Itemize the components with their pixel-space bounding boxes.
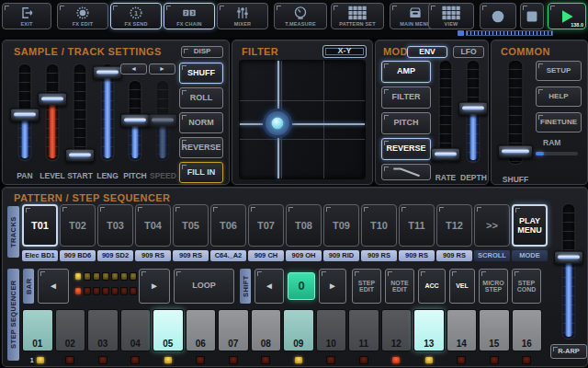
track-sample-label: 909 RS <box>399 250 435 261</box>
slider-handle[interactable] <box>65 148 95 162</box>
mod-slider-depth[interactable]: DEPTH <box>460 59 486 182</box>
track-button-t07[interactable]: T07 <box>248 204 284 247</box>
note-edit-button[interactable]: NOTE EDIT <box>385 269 414 304</box>
step-09[interactable]: 09 <box>283 309 314 351</box>
track-button-t01[interactable]: T01 <box>22 204 58 247</box>
step-06[interactable]: 06 <box>186 309 217 351</box>
slider-handle[interactable] <box>458 101 488 115</box>
toolbar-exit-button[interactable]: EXIT <box>2 3 51 29</box>
slider-handle[interactable] <box>120 114 150 128</box>
step-05[interactable]: 05 <box>153 309 184 351</box>
track-button-t03[interactable]: T03 <box>97 204 133 247</box>
step-11[interactable]: 11 <box>348 309 379 351</box>
step-led-red <box>65 356 74 364</box>
xy-mode-button[interactable]: X-Y <box>322 45 367 58</box>
step-07[interactable]: 07 <box>218 309 249 351</box>
slider-level[interactable]: LEVEL <box>40 61 65 180</box>
slider-start[interactable]: START <box>67 61 93 180</box>
mod-pitch-button[interactable]: PITCH <box>381 112 431 134</box>
slider-handle[interactable] <box>498 144 533 158</box>
toolbar-t-measure-button[interactable]: T.MEASURE <box>274 3 327 29</box>
common-setup-button[interactable]: SETUP <box>536 61 582 81</box>
mod-reverse-button[interactable]: REVERSE <box>381 138 431 160</box>
toolbar-mixer-button[interactable]: MIXER <box>217 3 268 29</box>
shift-right-button[interactable]: ► <box>319 269 346 304</box>
track-button-t04[interactable]: T04 <box>135 204 171 247</box>
shift-counter-display[interactable]: 0 <box>288 272 315 300</box>
step-04[interactable]: 04 <box>120 309 152 351</box>
loop-button[interactable]: LOOP <box>174 269 234 304</box>
toolbar-stop-button[interactable] <box>520 3 544 29</box>
track-button-t12[interactable]: T12 <box>436 204 472 247</box>
sample-norm-button[interactable]: NORM <box>179 112 223 133</box>
track-button-t09[interactable]: T09 <box>323 204 359 247</box>
sample-shuff-button[interactable]: SHUFF <box>179 63 223 84</box>
mod-slider-rate[interactable]: RATE <box>433 59 458 182</box>
track-button-t08[interactable]: T08 <box>286 204 322 247</box>
filter-xy-pad[interactable] <box>240 61 365 178</box>
track-button-t02[interactable]: T02 <box>60 204 96 247</box>
step-edit-button[interactable]: STEP EDIT <box>352 269 381 304</box>
common-shuff-slider[interactable]: SHUFF <box>497 59 534 184</box>
slider-handle[interactable] <box>38 93 67 107</box>
acc-button[interactable]: ACC <box>418 269 446 304</box>
step-cond-button[interactable]: STEP COND <box>512 269 541 304</box>
common-finetune-button[interactable]: FINETUNE <box>536 112 582 132</box>
mod-filter-button[interactable]: FILTER <box>381 86 431 109</box>
sample-reverse-button[interactable]: REVERSE <box>179 137 223 158</box>
slider-handle[interactable] <box>148 114 177 128</box>
toolbar-fx-chain-button[interactable]: 23FX CHAIN <box>164 3 215 29</box>
slider-leng[interactable]: LENG <box>95 61 120 180</box>
step-15[interactable]: 15 <box>479 309 510 351</box>
bar-next-button[interactable]: ► <box>139 269 170 304</box>
bar-led-yellow <box>84 272 91 281</box>
bar-prev-button[interactable]: ◄ <box>38 269 69 304</box>
step-02[interactable]: 02 <box>55 309 86 351</box>
track-button-scroll[interactable]: >> <box>474 204 510 247</box>
nav-arrow-left-button[interactable]: ◄ <box>120 63 147 75</box>
track-button-play-menu[interactable]: PLAY MENU <box>512 204 548 247</box>
step-16[interactable]: 16 <box>512 309 543 351</box>
slider-handle[interactable] <box>93 66 122 80</box>
r-arp-button[interactable]: R-ARP <box>550 344 587 359</box>
slider-handle[interactable] <box>10 109 40 122</box>
nav-arrow-right-button[interactable]: ► <box>149 63 175 75</box>
slider-handle[interactable] <box>431 148 460 162</box>
slider-speed[interactable]: SPEED <box>150 61 175 180</box>
step-10[interactable]: 10 <box>316 309 347 351</box>
mod-tab-env[interactable]: ENV <box>407 46 447 58</box>
toolbar-record-button[interactable] <box>480 3 516 29</box>
sample-roll-button[interactable]: ROLL <box>179 87 223 109</box>
step-08[interactable]: 08 <box>251 309 282 351</box>
xy-puck[interactable] <box>263 109 292 138</box>
vel-button[interactable]: VEL <box>449 269 475 304</box>
micro-step-button[interactable]: MICRO STEP <box>479 269 508 304</box>
toolbar-view-button[interactable]: VIEW <box>428 3 474 29</box>
step-03[interactable]: 03 <box>87 309 119 351</box>
track-button-t11[interactable]: T11 <box>399 204 435 247</box>
slider-pan[interactable]: PAN <box>12 61 38 180</box>
toolbar-pattern-set-button[interactable]: PATTERN SET <box>331 3 384 29</box>
sequencer-side-slider[interactable] <box>552 202 585 359</box>
disp-button[interactable]: DISP <box>181 46 223 58</box>
toolbar-fx-send-button[interactable]: 1FX SEND <box>110 3 162 29</box>
envelope-shape-button[interactable] <box>381 164 431 180</box>
mod-amp-button[interactable]: AMP <box>381 61 431 83</box>
shift-left-button[interactable]: ◄ <box>254 269 284 304</box>
track-button-t06[interactable]: T06 <box>210 204 246 247</box>
toolbar-play-button[interactable]: 138.0 <box>548 3 586 29</box>
track-button-t10[interactable]: T10 <box>361 204 397 247</box>
step-14[interactable]: 14 <box>447 309 478 351</box>
progress-marker <box>458 30 464 36</box>
toolbar-fx-edit-button[interactable]: FX EDIT <box>57 3 108 29</box>
slider-pitch[interactable]: PITCH <box>122 61 148 180</box>
step-01[interactable]: 01 <box>22 309 53 351</box>
common-help-button[interactable]: HELP <box>536 86 582 107</box>
step-13[interactable]: 13 <box>413 309 445 351</box>
step-led-cell <box>186 354 217 365</box>
track-button-t05[interactable]: T05 <box>173 204 209 247</box>
sample-fill-in-button[interactable]: FILL IN <box>179 162 223 183</box>
step-12[interactable]: 12 <box>381 309 413 351</box>
slider-handle[interactable] <box>554 251 583 265</box>
mod-tab-lfo[interactable]: LFO <box>453 46 484 58</box>
